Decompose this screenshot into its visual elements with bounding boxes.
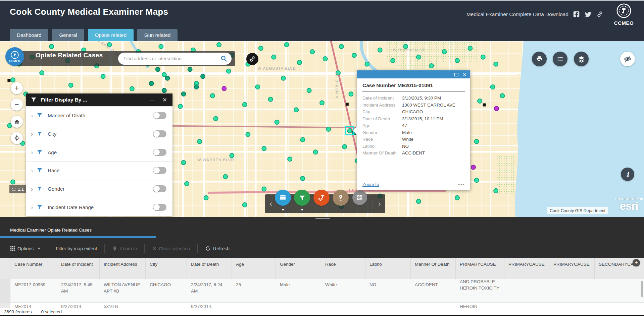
case-point[interactable] <box>156 67 160 72</box>
case-point[interactable] <box>262 146 266 151</box>
column-header[interactable]: PRIMARYCAUSE <box>456 258 504 279</box>
case-point[interactable] <box>455 196 459 200</box>
popup-title-bar[interactable]: ✕ <box>357 70 470 78</box>
home-extent-button[interactable] <box>11 116 23 128</box>
column-header[interactable]: City <box>146 258 187 279</box>
case-point[interactable] <box>442 50 447 54</box>
case-point[interactable] <box>101 74 105 79</box>
filter-row-manner-of-death[interactable]: › Manner of Death <box>26 106 172 125</box>
filter-panel-close[interactable]: ✕ <box>162 97 167 104</box>
chevron-right-icon[interactable]: › <box>31 204 33 210</box>
case-point[interactable] <box>494 189 498 193</box>
case-point[interactable] <box>197 139 202 144</box>
filter-panel-minimize[interactable]: – <box>150 97 153 103</box>
case-point[interactable] <box>342 145 347 149</box>
case-point[interactable] <box>246 132 250 137</box>
tab-gun-related[interactable]: Gun related <box>137 29 178 41</box>
case-point[interactable] <box>307 88 311 93</box>
filter-toggle[interactable] <box>153 149 166 156</box>
column-header[interactable]: Date of Incident <box>57 258 100 279</box>
my-location-button[interactable] <box>11 132 23 144</box>
column-header[interactable]: Date of Death <box>187 258 232 279</box>
case-point[interactable] <box>194 85 199 89</box>
case-point[interactable] <box>294 108 298 112</box>
case-point[interactable] <box>297 60 302 65</box>
column-header[interactable]: Race <box>321 258 365 279</box>
case-point[interactable] <box>285 43 289 47</box>
case-point[interactable] <box>217 43 221 47</box>
case-point[interactable] <box>468 46 472 51</box>
filter-row-age[interactable]: › Age <box>26 143 172 161</box>
case-point[interactable] <box>500 93 504 98</box>
toolbar-next-arrow[interactable]: › <box>374 194 385 213</box>
twitter-icon[interactable] <box>584 10 592 18</box>
case-point[interactable] <box>339 44 344 49</box>
case-point[interactable] <box>259 46 263 51</box>
case-point[interactable] <box>429 64 434 68</box>
popup-more-actions[interactable]: ••• <box>458 182 465 187</box>
info-button[interactable]: i <box>621 168 634 181</box>
table-row-partial[interactable]: ME2014- 9/27/2014, 5310 N 9/27/2014, HER… <box>0 303 644 308</box>
group-filter-widget-button[interactable] <box>313 190 330 206</box>
tab-opiate-related[interactable]: Opiate related <box>88 29 134 41</box>
case-point[interactable] <box>243 103 247 107</box>
column-header[interactable]: PRIMARYCAUSE <box>504 258 549 279</box>
case-point[interactable] <box>162 72 166 77</box>
layers-button[interactable] <box>574 52 589 66</box>
chevron-right-icon[interactable]: › <box>31 167 33 174</box>
refresh-button[interactable]: Refresh <box>198 242 237 255</box>
case-point[interactable] <box>185 182 189 186</box>
near-me-widget-button[interactable] <box>333 190 349 206</box>
column-header[interactable]: Manner Of Death <box>411 258 456 279</box>
case-point[interactable] <box>475 178 479 182</box>
chevron-right-icon[interactable]: › <box>31 131 33 137</box>
case-point[interactable] <box>365 62 369 66</box>
filter-panel-header[interactable]: Filter Display By ... – ✕ <box>26 93 172 106</box>
case-point[interactable] <box>188 67 192 72</box>
chevron-right-icon[interactable]: › <box>31 186 33 192</box>
case-point[interactable] <box>478 99 482 103</box>
case-point[interactable] <box>391 58 395 63</box>
zoom-to-button[interactable]: Zoom to <box>105 242 144 255</box>
share-map-link-button[interactable] <box>246 53 258 65</box>
case-point[interactable] <box>159 44 163 49</box>
case-point[interactable] <box>40 71 44 75</box>
case-point[interactable] <box>471 165 476 169</box>
case-point[interactable] <box>313 150 318 154</box>
case-point[interactable] <box>475 139 479 144</box>
case-point[interactable] <box>491 85 495 89</box>
row-gutter[interactable] <box>0 303 10 308</box>
filter-by-map-extent-button[interactable]: Filter by map extent <box>48 242 104 255</box>
filter-widget-button[interactable] <box>294 190 310 206</box>
column-header[interactable]: Age <box>232 258 276 279</box>
popup-zoom-to-link[interactable]: Zoom to <box>362 182 379 187</box>
filter-toggle[interactable] <box>153 130 166 137</box>
case-point[interactable] <box>494 62 498 66</box>
column-header[interactable]: Case Number <box>10 258 57 279</box>
filter-row-race[interactable]: › Race <box>26 161 172 180</box>
case-point[interactable] <box>162 88 166 93</box>
case-point[interactable] <box>227 69 231 73</box>
case-point[interactable] <box>268 97 273 102</box>
case-point[interactable] <box>149 81 154 86</box>
case-point[interactable] <box>69 83 73 87</box>
case-point[interactable] <box>230 153 234 158</box>
column-header[interactable]: Gender <box>276 258 321 279</box>
case-point[interactable] <box>243 203 247 207</box>
zoom-in-button[interactable]: + <box>11 82 23 94</box>
filter-toggle[interactable] <box>153 185 166 192</box>
case-point[interactable] <box>300 138 305 142</box>
add-column-button[interactable]: + <box>633 259 640 266</box>
case-point[interactable] <box>455 58 459 63</box>
facebook-icon[interactable] <box>573 10 580 18</box>
options-menu-button[interactable]: Options ▼ <box>0 242 48 255</box>
case-point[interactable] <box>213 117 218 121</box>
case-point[interactable] <box>255 85 260 89</box>
filter-row-city[interactable]: › City <box>26 125 172 143</box>
case-point[interactable] <box>310 50 314 54</box>
case-point[interactable] <box>271 55 276 59</box>
data-download-link[interactable]: Medical Examiner Complete Data Download <box>466 11 568 17</box>
case-point[interactable] <box>11 180 15 184</box>
case-point[interactable] <box>416 55 421 59</box>
share-link-icon[interactable] <box>596 10 604 18</box>
